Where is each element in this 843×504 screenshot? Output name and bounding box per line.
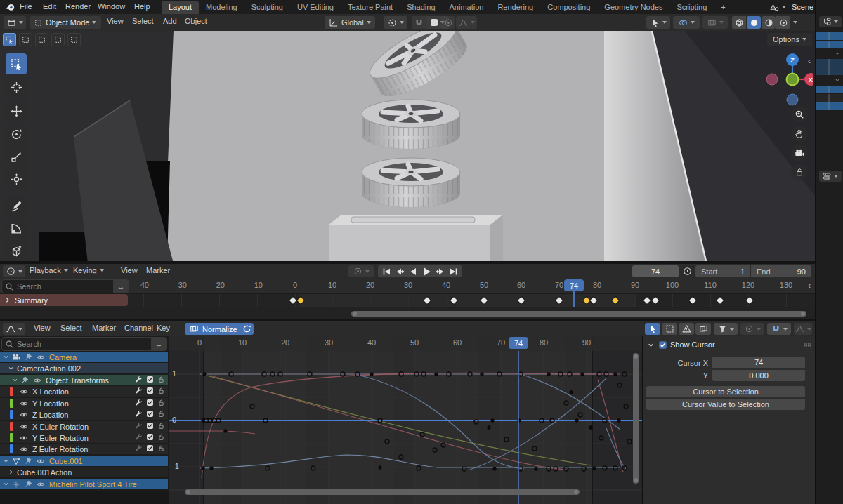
channel-row-y-euler-rotation[interactable]: Y Euler Rotation	[0, 432, 168, 443]
viewport-menu-view[interactable]: View	[107, 17, 124, 25]
camera-view-button[interactable]	[791, 145, 808, 161]
graph-menu-channel[interactable]: Channel	[124, 324, 153, 332]
cursor-y-field[interactable]: 0.000	[712, 370, 805, 381]
filter-dropdown[interactable]	[714, 323, 738, 335]
channel-lock-icon[interactable]	[157, 410, 165, 418]
eye-icon[interactable]	[20, 411, 28, 419]
zoom-button[interactable]	[791, 106, 808, 123]
prev-keyframe-button[interactable]	[394, 267, 406, 277]
gizmo-y-neg-axis[interactable]	[787, 94, 798, 105]
current-frame-field[interactable]: 74	[632, 265, 679, 277]
workspace-tab-rendering[interactable]: Rendering	[490, 1, 540, 14]
tire-bottom[interactable]	[362, 158, 460, 207]
channel-lock-icon[interactable]	[157, 444, 165, 452]
menu-help[interactable]: Help	[134, 2, 150, 11]
workspace-tab-uv-editing[interactable]: UV Editing	[290, 1, 341, 14]
frame-end-field[interactable]: End90	[751, 265, 811, 277]
cursor-value-to-selection-button[interactable]: Cursor Value to Selection	[646, 399, 805, 410]
tire-middle[interactable]	[362, 100, 460, 149]
proportional-falloff-selector[interactable]	[456, 16, 477, 29]
timeline-menu-playback[interactable]: Playback	[30, 266, 68, 274]
workspace-tab-scripting[interactable]: Scripting	[669, 1, 714, 14]
outliner-row[interactable]	[816, 94, 843, 102]
modifier-wrench-icon[interactable]	[135, 444, 143, 452]
normalize-toggle[interactable]: Normalize	[185, 323, 242, 335]
workspace-tab-modeling[interactable]: Modeling	[199, 1, 244, 14]
mode-selector[interactable]: Object Mode	[30, 16, 101, 29]
pan-button[interactable]	[791, 126, 808, 142]
outliner-row[interactable]	[816, 67, 843, 75]
next-keyframe-button[interactable]	[434, 267, 446, 277]
channel-lock-icon[interactable]	[157, 376, 165, 383]
tool-annotate[interactable]	[6, 195, 27, 216]
graph-plot-region[interactable]: 0102030405060708090 10-1 74	[169, 336, 643, 504]
channel-lock-icon[interactable]	[157, 387, 165, 394]
sidebar-collapse-arrow[interactable]: ‹	[808, 56, 811, 66]
modifier-wrench-icon[interactable]	[135, 433, 143, 441]
select-mode-intersect[interactable]	[67, 33, 81, 46]
scene-name[interactable]: Scene	[792, 3, 813, 11]
keyframe[interactable]	[652, 297, 659, 304]
workspace-tab-+[interactable]: +	[714, 1, 732, 14]
menu-edit[interactable]: Edit	[43, 2, 56, 11]
channel-row-michelin-pilot-sport-4-tire[interactable]: Michelin Pilot Sport 4 Tire	[0, 479, 168, 489]
cursor-to-selection-button[interactable]: Cursor to Selection	[646, 386, 805, 397]
xray-toggle[interactable]	[702, 16, 728, 29]
graph-menu-marker[interactable]: Marker	[92, 324, 116, 332]
play-button[interactable]	[421, 267, 433, 277]
viewport-menu-select[interactable]: Select	[132, 17, 154, 25]
timeline-search[interactable]: Search ↔	[1, 279, 129, 293]
blender-logo-icon[interactable]	[5, 2, 15, 12]
channel-row-z-euler-rotation[interactable]: Z Euler Rotation	[0, 444, 168, 454]
pivot-dropdown[interactable]	[740, 323, 764, 335]
eye-icon[interactable]	[20, 423, 28, 431]
channel-enable-checkbox[interactable]	[146, 444, 154, 452]
outliner-row[interactable]	[816, 41, 843, 48]
graph-menu-view[interactable]: View	[34, 324, 51, 332]
modifier-wrench-icon[interactable]	[135, 410, 143, 418]
show-gizmo-selector[interactable]	[646, 16, 670, 29]
auto-keying-toggle[interactable]	[348, 265, 374, 277]
channel-lock-icon[interactable]	[157, 422, 165, 430]
shading-solid-button[interactable]	[747, 16, 761, 29]
navigation-gizmo[interactable]: Z X	[754, 49, 813, 112]
editor-type-outliner[interactable]	[819, 16, 842, 27]
timeline-collapse-arrow[interactable]: ‹	[808, 281, 811, 291]
menu-window[interactable]: Window	[98, 2, 125, 11]
outliner-row[interactable]	[816, 86, 843, 93]
jump-end-button[interactable]	[447, 267, 459, 277]
gizmo-x-neg-axis[interactable]	[766, 74, 778, 85]
viewport-menu-object[interactable]: Object	[185, 17, 207, 25]
tool-rotate[interactable]	[6, 124, 27, 145]
workspace-tab-geometry-nodes[interactable]: Geometry Nodes	[597, 1, 669, 14]
workspace-tab-shading[interactable]: Shading	[400, 1, 442, 14]
overlays-selector[interactable]	[673, 16, 700, 29]
channel-enable-checkbox[interactable]	[146, 433, 154, 441]
outliner-collapse-chevron[interactable]	[816, 49, 843, 57]
editor-type-timeline[interactable]	[3, 265, 25, 277]
select-mode-subtract[interactable]	[35, 33, 48, 46]
proportional-edit-toggle[interactable]	[441, 16, 455, 29]
tool-addcube[interactable]	[6, 240, 27, 261]
keyframe[interactable]	[717, 297, 724, 304]
tool-measure[interactable]	[6, 218, 27, 239]
graph-h-scrollbar[interactable]	[185, 489, 580, 495]
timeline-menu-marker[interactable]: Marker	[146, 266, 170, 274]
workspace-tab-texture-paint[interactable]: Texture Paint	[341, 1, 400, 14]
shading-options-chevron[interactable]	[793, 21, 797, 24]
options-dropdown[interactable]: Options	[767, 33, 812, 46]
graph-search[interactable]: Search ↔	[1, 337, 167, 351]
graph-playhead-chip[interactable]: 74	[509, 337, 528, 349]
modifier-wrench-icon[interactable]	[135, 422, 143, 430]
shading-wireframe-button[interactable]	[732, 16, 746, 29]
workspace-tab-layout[interactable]: Layout	[162, 1, 199, 14]
channel-row-camera[interactable]: Camera	[0, 352, 168, 362]
outliner-row[interactable]	[816, 32, 843, 40]
show-cursor-checkbox[interactable]	[658, 340, 667, 350]
falloff-dropdown[interactable]	[794, 323, 812, 335]
menu-file[interactable]: File	[20, 2, 32, 11]
ghost-curves-button[interactable]	[695, 323, 711, 335]
show-errors-button[interactable]	[679, 323, 694, 335]
tool-cursor3d[interactable]	[6, 77, 27, 98]
modifier-wrench-icon[interactable]	[135, 387, 143, 394]
